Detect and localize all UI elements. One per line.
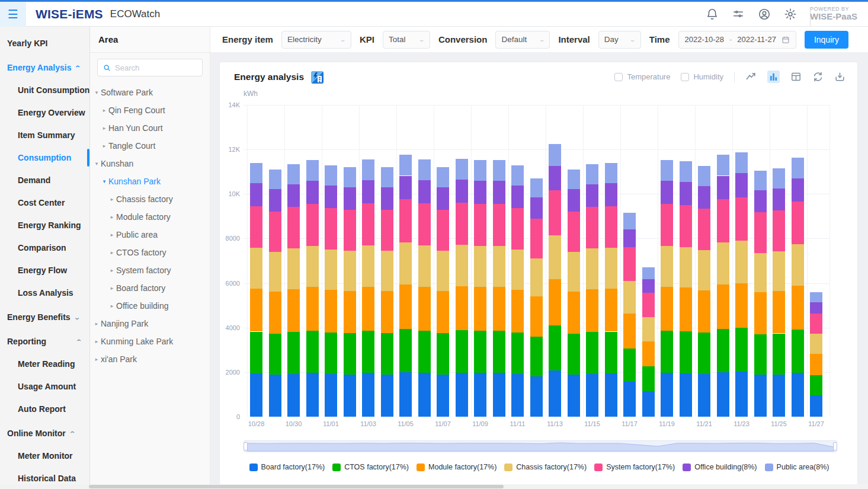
tree-item-kunming-lake-park[interactable]: ▸Kunming Lake Park <box>90 333 210 350</box>
caret-right-icon[interactable]: ▸ <box>92 321 101 327</box>
tree-item-kunshan-park[interactable]: ▾Kunshan Park <box>90 172 210 190</box>
area-search-input[interactable]: Search <box>97 59 203 76</box>
tree-item-public-area[interactable]: ▸Public area <box>90 226 210 244</box>
caret-right-icon[interactable]: ▸ <box>108 267 116 273</box>
sidebar-item-unit-consumption[interactable]: Unit Consumption <box>0 79 89 101</box>
caret-right-icon[interactable]: ▸ <box>108 232 116 238</box>
tree-item-office-building[interactable]: ▸Office building <box>90 297 210 315</box>
sidebar-item-energy-overview[interactable]: Energy Overview <box>0 101 89 124</box>
conversion-select[interactable]: Default⌄ <box>495 31 550 49</box>
stacked-bar-plot: 0200040006000800010K12K14K10/2810/3011/0… <box>244 105 830 417</box>
time-start-value[interactable]: 2022-10-28 <box>685 35 725 44</box>
tree-item-kunshan[interactable]: ▾Kunshan <box>90 155 210 172</box>
sidebar-item-label: Energy Flow <box>18 266 67 275</box>
sidebar-item-reporting[interactable]: Reporting⌃ <box>0 330 89 353</box>
tree-item-chassis-factory[interactable]: ▸Chassis factory <box>90 190 210 208</box>
table-icon[interactable] <box>790 71 802 82</box>
sidebar-item-energy-flow[interactable]: Energy Flow <box>0 259 89 282</box>
caret-right-icon[interactable]: ▸ <box>100 125 108 131</box>
kpi-select[interactable]: Total⌄ <box>383 31 430 49</box>
data-zoom-right-handle[interactable] <box>833 442 837 450</box>
bar-chart-icon[interactable] <box>767 71 780 83</box>
horizontal-scrollbar[interactable] <box>0 484 868 489</box>
tree-item-nanjing-park[interactable]: ▸Nanjing Park <box>90 315 210 333</box>
sidebar-item-demand[interactable]: Demand <box>0 169 89 191</box>
legend-item-chassis-factory[interactable]: Chassis factory(17%) <box>504 463 587 471</box>
legend-item-board-factory[interactable]: Board factory(17%) <box>249 463 325 471</box>
tree-item-xi-an-park[interactable]: ▸xi'an Park <box>90 350 210 368</box>
caret-right-icon[interactable]: ▸ <box>92 356 101 362</box>
tree-item-ctos-factory[interactable]: ▸CTOS factory <box>90 244 210 261</box>
adjustments-icon[interactable] <box>732 8 745 21</box>
legend-item-system-factory[interactable]: System factory(17%) <box>594 463 675 471</box>
data-zoom-slider[interactable] <box>244 440 837 452</box>
interval-select[interactable]: Day⌄ <box>598 31 641 49</box>
sidebar-item-online-monitor[interactable]: Online Monitor⌃ <box>0 422 89 445</box>
line-chart-icon[interactable] <box>745 71 757 82</box>
bar-segment-office-building <box>680 182 692 205</box>
sidebar-item-usage-amount[interactable]: Usage Amount <box>0 375 89 398</box>
caret-down-icon[interactable]: ▾ <box>92 161 101 167</box>
bar-11-26 <box>792 158 804 417</box>
bar-segment-office-building <box>754 190 767 212</box>
sidebar-item-loss-analysis[interactable]: Loss Analysis <box>0 282 89 304</box>
sidebar-item-consumption[interactable]: Consumption <box>0 146 89 169</box>
sidebar-item-label: Online Monitor <box>7 429 66 438</box>
caret-right-icon[interactable]: ▸ <box>92 338 101 344</box>
caret-down-icon[interactable]: ▾ <box>92 90 101 95</box>
tree-item-qin-feng-court[interactable]: ▸Qin Feng Court <box>90 101 210 119</box>
energy-item-select[interactable]: Electricity⌄ <box>281 31 351 49</box>
caret-right-icon[interactable]: ▸ <box>108 285 116 291</box>
tree-item-system-factory[interactable]: ▸System factory <box>90 261 210 279</box>
sidebar-item-cost-center[interactable]: Cost Center <box>0 191 89 214</box>
time-end-value[interactable]: 2022-11-27 <box>737 35 776 44</box>
settings-gear-icon[interactable] <box>784 8 797 21</box>
sidebar-item-yearly-kpi[interactable]: Yearly KPI <box>0 32 89 55</box>
sidebar-item-meter-reading[interactable]: Meter Reading <box>0 353 89 375</box>
gridline-vertical <box>583 105 584 417</box>
bar-segment-chassis-factory <box>568 252 580 292</box>
tree-item-han-yun-court[interactable]: ▸Han Yun Court <box>90 119 210 137</box>
humidity-checkbox[interactable]: Humidity <box>681 72 723 81</box>
caret-right-icon[interactable]: ▸ <box>108 214 116 220</box>
sidebar-item-meter-monitor[interactable]: Meter Monitor <box>0 445 89 467</box>
legend-item-public-area[interactable]: Public area(8%) <box>765 463 829 471</box>
sidebar-item-item-summary[interactable]: Item Summary <box>0 124 89 146</box>
tree-item-board-factory[interactable]: ▸Board factory <box>90 279 210 297</box>
caret-right-icon[interactable]: ▸ <box>100 107 108 113</box>
bar-segment-public-area <box>287 164 300 184</box>
caret-down-icon[interactable]: ▾ <box>100 178 108 184</box>
checkbox-box[interactable] <box>681 73 689 81</box>
tree-item-software-park[interactable]: ▾Software Park <box>90 84 210 101</box>
caret-right-icon[interactable]: ▸ <box>108 250 116 255</box>
sidebar-item-comparison[interactable]: Comparison <box>0 236 89 259</box>
tree-item-tangle-court[interactable]: ▸Tangle Court <box>90 137 210 155</box>
tree-item-label: Office building <box>116 301 168 311</box>
checkbox-box[interactable] <box>614 73 623 81</box>
refresh-icon[interactable] <box>812 71 824 82</box>
gridline-vertical <box>829 105 830 417</box>
download-icon[interactable] <box>834 71 845 82</box>
data-zoom-left-handle[interactable] <box>244 442 248 450</box>
area-panel: Area Search ▾Software Park▸Qin Feng Cour… <box>90 27 210 489</box>
legend-swatch <box>249 464 258 471</box>
temperature-checkbox[interactable]: Temperature <box>614 72 670 81</box>
hamburger-menu-icon[interactable]: ☰ <box>0 2 26 27</box>
inquiry-button[interactable]: Inquiry <box>805 31 848 49</box>
caret-right-icon[interactable]: ▸ <box>108 303 116 309</box>
sidebar-item-energy-benefits[interactable]: Energy Benefits⌄ <box>0 306 89 328</box>
legend-item-office-building[interactable]: Office building(8%) <box>683 463 757 471</box>
scrollbar-thumb[interactable] <box>89 485 504 488</box>
legend-item-ctos-factory[interactable]: CTOS factory(17%) <box>332 463 409 471</box>
caret-right-icon[interactable]: ▸ <box>100 143 108 149</box>
notification-bell-icon[interactable] <box>706 8 719 21</box>
account-icon[interactable] <box>758 8 771 21</box>
sidebar-item-energy-analysis[interactable]: Energy Analysis⌃ <box>0 56 89 79</box>
caret-right-icon[interactable]: ▸ <box>108 196 116 202</box>
sidebar-item-auto-report[interactable]: Auto Report <box>0 398 89 420</box>
sidebar-item-energy-ranking[interactable]: Energy Ranking <box>0 214 89 236</box>
legend-item-module-factory[interactable]: Module factory(17%) <box>417 463 497 471</box>
bar-segment-system-factory <box>623 247 636 281</box>
tree-item-module-factory[interactable]: ▸Module factory <box>90 208 210 226</box>
time-range-picker[interactable]: 2022-10-28 - 2022-11-27 <box>678 31 796 49</box>
